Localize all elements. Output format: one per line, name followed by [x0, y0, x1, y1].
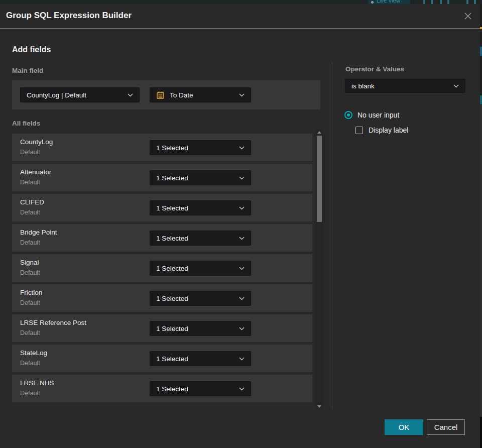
background-fragment [480, 417, 482, 448]
background-toolbar-fragment [474, 0, 476, 4]
field-sublabel: Default [20, 149, 40, 156]
field-selected-dropdown[interactable]: 1 Selected [150, 170, 251, 185]
field-row: CountyLog Default 1 Selected [12, 134, 312, 161]
display-label-checkbox[interactable] [355, 127, 363, 134]
field-name: Attenuator [20, 168, 51, 176]
field-name: LRSE NHS [20, 379, 54, 387]
live-view-dot-icon [371, 1, 374, 4]
field-row: CLIFED Default 1 Selected [12, 194, 312, 221]
chevron-down-icon [128, 93, 133, 97]
field-sublabel: Default [20, 390, 40, 397]
chevron-down-icon [239, 387, 245, 391]
field-selected-dropdown[interactable]: 1 Selected [150, 381, 251, 396]
field-selected-value: 1 Selected [156, 174, 235, 182]
cancel-button[interactable]: Cancel [427, 419, 465, 435]
field-sublabel: Default [20, 239, 40, 246]
display-label-text: Display label [369, 126, 408, 134]
no-user-input-label: No user input [357, 111, 399, 119]
chevron-down-icon [239, 176, 245, 180]
scrollbar-up-arrow[interactable] [315, 130, 323, 135]
field-name: CountyLog [20, 138, 53, 146]
chevron-down-icon [239, 146, 245, 150]
display-label-option[interactable]: Display label [355, 126, 408, 134]
operator-select-value: is blank [351, 82, 449, 90]
background-fragment [480, 95, 482, 104]
field-sublabel: Default [20, 209, 40, 216]
field-name: CLIFED [20, 198, 44, 206]
background-toolbar-fragment [440, 0, 442, 4]
panel-divider [332, 62, 332, 409]
main-field-type-select[interactable]: To Date [150, 87, 251, 102]
field-selected-dropdown[interactable]: 1 Selected [150, 291, 251, 306]
field-selected-dropdown[interactable]: 1 Selected [150, 261, 251, 276]
background-fragment [480, 27, 482, 29]
field-sublabel: Default [20, 299, 40, 306]
field-row: StateLog Default 1 Selected [12, 345, 312, 372]
field-selected-value: 1 Selected [156, 265, 235, 272]
calendar-icon [156, 91, 165, 99]
background-toolbar-fragment [431, 0, 433, 4]
chevron-down-icon [239, 206, 245, 210]
group-sql-expression-builder-dialog: Group SQL Expression Builder Add fields … [0, 4, 480, 448]
field-name: StateLog [20, 349, 47, 357]
background-fragment [480, 47, 482, 56]
field-row: Friction Default 1 Selected [12, 284, 312, 312]
chevron-down-icon [453, 84, 459, 88]
operator-select[interactable]: is blank [345, 79, 465, 93]
field-name: LRSE Reference Post [20, 319, 86, 326]
fields-scrollbar[interactable] [315, 130, 323, 409]
field-selected-dropdown[interactable]: 1 Selected [150, 321, 251, 336]
field-selected-value: 1 Selected [156, 295, 235, 302]
field-sublabel: Default [20, 179, 40, 186]
field-selected-value: 1 Selected [156, 385, 235, 393]
chevron-down-icon [239, 357, 245, 361]
scrollbar-down-arrow[interactable] [315, 404, 323, 409]
live-view-label: Live View [377, 0, 400, 4]
field-row: LRSE Reference Post Default 1 Selected [12, 314, 312, 342]
titlebar-separator [0, 28, 480, 29]
field-selected-dropdown[interactable]: 1 Selected [150, 200, 251, 215]
field-selected-value: 1 Selected [156, 355, 235, 363]
main-field-label: Main field [12, 67, 43, 74]
add-fields-heading: Add fields [12, 45, 51, 54]
background-right-edge [480, 4, 482, 448]
field-selected-value: 1 Selected [156, 144, 235, 152]
field-selected-value: 1 Selected [156, 235, 235, 242]
field-row: Bridge Point Default 1 Selected [12, 224, 312, 252]
field-row: Attenuator Default 1 Selected [12, 164, 312, 191]
background-toolbar-fragment [466, 0, 468, 4]
background-toolbar-fragment [423, 0, 425, 4]
field-selected-value: 1 Selected [156, 204, 235, 212]
live-view-button: Live View [368, 0, 410, 4]
chevron-down-icon [239, 237, 245, 240]
field-selected-dropdown[interactable]: 1 Selected [150, 231, 251, 246]
field-selected-dropdown[interactable]: 1 Selected [150, 351, 251, 366]
main-field-select[interactable]: CountyLog | Default [20, 87, 140, 102]
field-sublabel: Default [20, 269, 40, 276]
close-button[interactable] [462, 10, 474, 22]
chevron-down-icon [239, 93, 245, 97]
main-field-select-value: CountyLog | Default [27, 91, 124, 99]
no-user-input-option[interactable]: No user input [344, 111, 399, 119]
close-icon [464, 12, 472, 20]
field-sublabel: Default [20, 360, 40, 367]
background-fragment [480, 104, 482, 417]
ok-button[interactable]: OK [385, 419, 423, 435]
chevron-down-icon [239, 297, 245, 300]
field-name: Bridge Point [20, 229, 57, 236]
dialog-title: Group SQL Expression Builder [6, 11, 132, 21]
chevron-down-icon [239, 327, 245, 330]
chevron-down-icon [239, 267, 245, 270]
all-fields-list: CountyLog Default 1 Selected Attenuator … [12, 134, 312, 405]
background-toolbar-fragment [447, 0, 449, 4]
field-selected-dropdown[interactable]: 1 Selected [150, 140, 251, 155]
field-name: Friction [20, 289, 42, 296]
no-user-input-radio[interactable] [344, 111, 352, 119]
field-row: LRSE NHS Default 1 Selected [12, 375, 312, 402]
field-selected-value: 1 Selected [156, 325, 235, 332]
field-sublabel: Default [20, 329, 40, 337]
scrollbar-thumb[interactable] [317, 136, 322, 222]
main-field-type-value: To Date [170, 91, 235, 99]
field-row: Signal Default 1 Selected [12, 254, 312, 282]
dialog-titlebar: Group SQL Expression Builder [0, 4, 480, 28]
